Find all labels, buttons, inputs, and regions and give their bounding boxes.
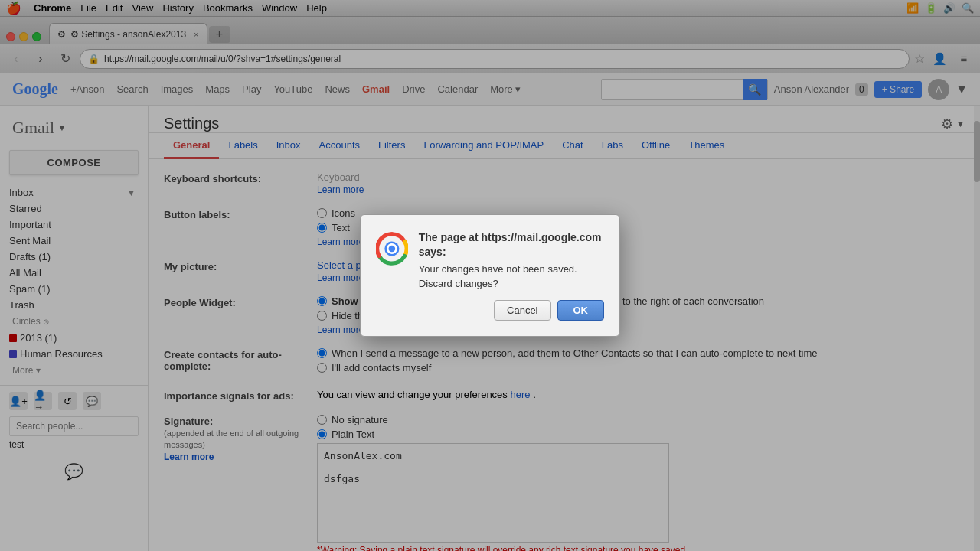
modal-overlay: The page at https://mail.google.com says… (0, 0, 980, 551)
svg-point-3 (389, 246, 396, 253)
chrome-logo-icon (376, 230, 408, 267)
modal-question: Discard changes? (419, 278, 604, 289)
modal-cancel-btn[interactable]: Cancel (494, 300, 550, 321)
modal-text-area: The page at https://mail.google.com says… (419, 230, 604, 289)
modal-buttons: Cancel OK (376, 300, 604, 321)
modal-message: Your changes have not been saved. (419, 263, 604, 275)
modal-header: The page at https://mail.google.com says… (376, 230, 604, 289)
modal-title: The page at https://mail.google.com says… (419, 230, 604, 258)
modal-ok-btn[interactable]: OK (557, 300, 605, 321)
modal-dialog: The page at https://mail.google.com says… (360, 214, 620, 336)
